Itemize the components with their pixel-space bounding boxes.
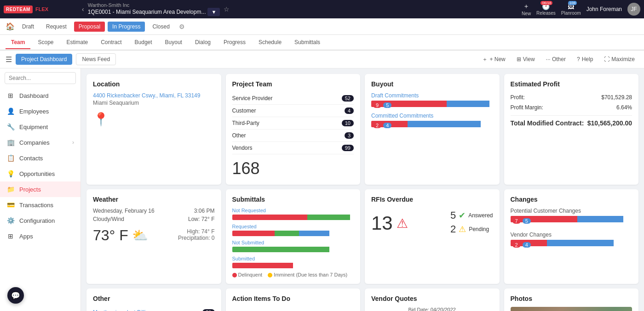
tab-request[interactable]: Request bbox=[41, 22, 71, 32]
weather-precip: Precipitation: 0 bbox=[178, 235, 214, 241]
team-count-other: 3 bbox=[345, 132, 354, 139]
rfis-title: RFIs Overdue bbox=[371, 196, 493, 203]
search-input[interactable] bbox=[5, 72, 76, 84]
sidebar-item-projects[interactable]: 📁 Projects bbox=[0, 181, 80, 197]
team-count-service: 52 bbox=[342, 95, 354, 102]
tab-scope[interactable]: Scope bbox=[32, 36, 59, 49]
team-label-other: Other bbox=[232, 132, 246, 139]
committed-progress-bar bbox=[371, 121, 493, 127]
tab-inprogress[interactable]: In Progress bbox=[108, 22, 145, 32]
sidebar-item-contacts[interactable]: 📋 Contacts bbox=[0, 150, 80, 166]
team-row-service: Service Provider 52 bbox=[232, 92, 354, 105]
maximize-toolbar-action[interactable]: ⛶ Maximize bbox=[600, 54, 638, 64]
sidebar-item-dashboard[interactable]: ⊞ Dashboard bbox=[0, 88, 80, 103]
estimated-profit-card: Estimated Profit Profit: $701,529.28 Pro… bbox=[504, 74, 639, 185]
dashboard-icon: ⊞ bbox=[6, 92, 15, 99]
location-address[interactable]: 4400 Rickenbacker Cswy., Miami, FL 33149 bbox=[93, 92, 215, 99]
sidebar-label-dashboard: Dashboard bbox=[19, 92, 49, 99]
submitted-bar bbox=[232, 263, 354, 268]
project-dropdown[interactable]: ▼ bbox=[207, 8, 220, 16]
weather-desc-row: Cloudy/Wind Low: 72° F bbox=[93, 216, 215, 222]
action-items-card: Action Items To Do 20 ⚑ bbox=[226, 288, 361, 311]
chat-bubble[interactable]: 💬 bbox=[7, 287, 24, 304]
legend-delinquent: Delinquent bbox=[232, 272, 263, 277]
settings-icon[interactable]: ⚙ bbox=[179, 23, 185, 30]
draft-commitments-label[interactable]: Draft Commitments bbox=[371, 92, 493, 99]
team-label-vendors: Vendors bbox=[232, 145, 253, 151]
nav-company: Warthon-Smith Inc 1QE0001 - Miami Seaqua… bbox=[84, 2, 522, 16]
draft-progress-bar bbox=[371, 101, 493, 107]
sidebar-label-projects: Projects bbox=[19, 186, 41, 193]
weather-condition: Cloudy/Wind bbox=[93, 216, 124, 222]
submittal-submitted: Submitted bbox=[232, 256, 354, 268]
releases-action[interactable]: 🕐06/16 Releases bbox=[536, 3, 556, 16]
favorite-icon[interactable]: ☆ bbox=[224, 6, 230, 13]
sidebar-item-companies[interactable]: 🏢 Companies › bbox=[0, 135, 80, 150]
tab-schedule[interactable]: Schedule bbox=[253, 36, 287, 49]
contract-value: $10,565,200.00 bbox=[587, 119, 632, 127]
other-billing-badge: 52 bbox=[202, 309, 214, 311]
sidebar-item-transactions[interactable]: 💳 Transactions bbox=[0, 197, 80, 213]
other-billing-row: Months since last Billing 52 bbox=[93, 307, 215, 311]
new-action[interactable]: ＋ New bbox=[522, 2, 531, 16]
tab-budget[interactable]: Budget bbox=[129, 36, 158, 49]
opportunities-icon: 💡 bbox=[6, 170, 15, 177]
submittal-requested: Requested bbox=[232, 224, 354, 236]
tab-estimate[interactable]: Estimate bbox=[61, 36, 94, 49]
team-count-vendors: 99 bbox=[342, 145, 354, 151]
sidebar-item-employees[interactable]: 👤 Employees bbox=[0, 103, 80, 119]
sidebar-item-equipment[interactable]: 🔧 Equipment bbox=[0, 119, 80, 135]
sidebar-label-configuration: Configuration bbox=[19, 217, 55, 224]
tab-team[interactable]: Team bbox=[6, 36, 30, 49]
team-label-service: Service Provider bbox=[232, 95, 273, 102]
committed-commitments-label[interactable]: Committed Commitments bbox=[371, 113, 493, 119]
page-tabs: Team Scope Estimate Contract Budget Buyo… bbox=[0, 35, 644, 51]
projects-icon: 📁 bbox=[6, 186, 15, 193]
tab-closed[interactable]: Closed bbox=[148, 22, 174, 32]
vendor-changes-bar bbox=[511, 240, 632, 246]
potential-bar-blue bbox=[577, 216, 624, 222]
tab-dialog[interactable]: Dialog bbox=[190, 36, 216, 49]
help-icon: ? bbox=[577, 56, 580, 62]
tab-progress[interactable]: Progress bbox=[218, 36, 251, 49]
not-req-bar-green bbox=[307, 215, 350, 220]
rfis-main: 13 ⚠ 5 ✔ Answered 2 ⚠ Pending bbox=[371, 208, 493, 239]
weather-low: Low: 72° F bbox=[188, 216, 215, 222]
planroom-action[interactable]: 🖼108 Planroom bbox=[561, 3, 581, 16]
home-icon[interactable]: 🏠 bbox=[6, 22, 15, 31]
action-items-title: Action Items To Do bbox=[232, 295, 354, 302]
sidebar-item-opportunities[interactable]: 💡 Opportunities bbox=[0, 166, 80, 181]
team-label-thirdparty: Third-Party bbox=[232, 120, 259, 126]
project-dashboard-button[interactable]: Project Dashboard bbox=[16, 54, 72, 65]
sub-nav: 🏠 Draft Request Proposal In Progress Clo… bbox=[0, 18, 644, 35]
companies-icon: 🏢 bbox=[6, 139, 15, 146]
news-feed-button[interactable]: News Feed bbox=[76, 53, 116, 65]
not-submitted-label[interactable]: Not Submitted bbox=[232, 240, 354, 245]
rfis-number: 13 ⚠ bbox=[371, 212, 408, 234]
toolbar-right: ＋ + New ⊞ View ··· Other ? Help ⛶ Maximi… bbox=[478, 54, 638, 65]
not-requested-label[interactable]: Not Requested bbox=[232, 208, 354, 213]
tab-submittals[interactable]: Submittals bbox=[289, 36, 326, 49]
tab-buyout[interactable]: Buyout bbox=[160, 36, 188, 49]
rfis-pending: 2 ⚠ Pending bbox=[450, 223, 493, 235]
requested-bar bbox=[232, 231, 354, 236]
requested-label[interactable]: Requested bbox=[232, 224, 354, 229]
avatar[interactable]: JF bbox=[627, 3, 640, 16]
tab-proposal[interactable]: Proposal bbox=[74, 22, 105, 32]
potential-changes-bar bbox=[511, 216, 632, 222]
help-toolbar-action[interactable]: ? Help bbox=[573, 54, 597, 64]
other-toolbar-action[interactable]: ··· Other bbox=[542, 54, 569, 64]
other-billing-label[interactable]: Months since last Billing bbox=[93, 309, 152, 311]
new-toolbar-action[interactable]: ＋ + New bbox=[478, 54, 509, 65]
sidebar-item-configuration[interactable]: ⚙️ Configuration bbox=[0, 213, 80, 228]
view-toolbar-action[interactable]: ⊞ View bbox=[513, 54, 539, 64]
menu-icon[interactable]: ☰ bbox=[6, 55, 12, 64]
legend-imminent: Imminent (Due less than 7 Days) bbox=[268, 272, 347, 277]
tab-contract[interactable]: Contract bbox=[95, 36, 127, 49]
weather-temp: 73° F ⛅ bbox=[93, 227, 148, 244]
submitted-label[interactable]: Submitted bbox=[232, 256, 354, 261]
sidebar-item-apps[interactable]: ⊞ Apps bbox=[0, 228, 80, 244]
sidebar-label-companies: Companies bbox=[19, 139, 50, 146]
flag-icon: ⚑ bbox=[257, 309, 270, 311]
tab-draft[interactable]: Draft bbox=[17, 22, 39, 32]
